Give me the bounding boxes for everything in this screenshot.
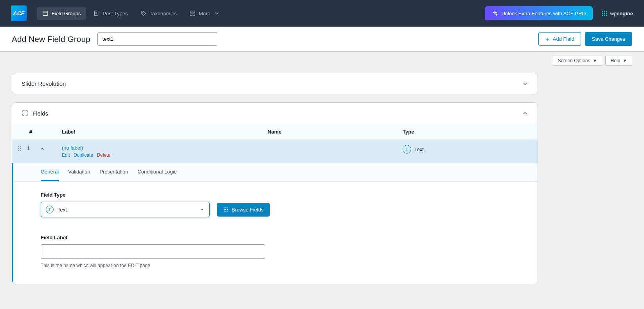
editor-tabs: General Validation Presentation Conditio… <box>13 163 538 182</box>
col-name: Name <box>268 129 403 135</box>
field-label-input[interactable] <box>41 244 265 259</box>
chevron-down-icon <box>522 81 528 87</box>
page-header: Add New Field Group Add Field Save Chang… <box>0 27 644 52</box>
layout-icon <box>42 10 49 16</box>
svg-rect-16 <box>602 14 603 16</box>
slider-panel-title: Slider Revolution <box>22 80 66 87</box>
primary-nav: Field Groups Post Types Taxonomies More <box>37 7 225 20</box>
tab-validation[interactable]: Validation <box>68 163 90 181</box>
tab-general[interactable]: General <box>41 163 59 181</box>
text-type-icon: T <box>403 145 411 154</box>
help-button[interactable]: Help ▼ <box>605 56 632 66</box>
drag-handle-icon[interactable] <box>12 145 27 151</box>
screen-options-label: Screen Options <box>558 58 590 63</box>
slider-panel-header[interactable]: Slider Revolution <box>12 73 538 94</box>
svg-rect-13 <box>602 13 603 14</box>
group-title-input[interactable] <box>97 32 217 46</box>
secondary-bar: Screen Options ▼ Help ▼ <box>0 52 644 66</box>
tab-conditional[interactable]: Conditional Logic <box>137 163 176 181</box>
tag-icon <box>140 10 147 16</box>
svg-point-25 <box>18 150 19 151</box>
wpengine-icon <box>601 10 608 16</box>
field-row[interactable]: 1 (no label) Edit Duplicate Delete T Tex… <box>12 140 538 163</box>
svg-rect-28 <box>225 208 226 208</box>
nav-label: Post Types <box>103 11 128 16</box>
fields-panel: Fields # Label Name Type 1 (no label) Ed… <box>12 102 538 284</box>
grid-icon <box>223 207 228 212</box>
svg-point-22 <box>20 146 21 147</box>
editor-body: Field Type T Text Browse Fields Field La… <box>13 182 538 284</box>
svg-rect-32 <box>227 209 228 210</box>
svg-rect-10 <box>602 11 603 12</box>
svg-rect-15 <box>606 13 607 14</box>
row-actions: Edit Duplicate Delete <box>62 152 268 158</box>
field-label-help: This is the name which will appear on th… <box>41 263 510 268</box>
tab-presentation[interactable]: Presentation <box>99 163 128 181</box>
row-type-cell: T Text <box>403 145 538 154</box>
col-type: Type <box>403 129 538 135</box>
nav-taxonomies[interactable]: Taxonomies <box>135 7 182 20</box>
svg-rect-35 <box>227 211 228 211</box>
svg-point-21 <box>18 146 19 147</box>
svg-rect-17 <box>604 14 605 16</box>
field-type-select[interactable]: T Text <box>41 202 210 217</box>
svg-rect-34 <box>225 211 226 211</box>
triangle-down-icon: ▼ <box>622 58 627 63</box>
edit-action[interactable]: Edit <box>62 152 70 158</box>
duplicate-action[interactable]: Duplicate <box>74 152 93 158</box>
svg-point-5 <box>142 12 142 13</box>
svg-rect-27 <box>224 208 225 208</box>
svg-rect-33 <box>224 211 225 211</box>
plus-icon <box>545 36 550 42</box>
acf-logo: ACF <box>11 5 27 21</box>
svg-rect-7 <box>193 11 195 13</box>
unlock-label: Unlock Extra Features with ACF PRO <box>501 11 586 16</box>
triangle-down-icon: ▼ <box>593 58 597 63</box>
help-label: Help <box>610 58 620 63</box>
screen-options-button[interactable]: Screen Options ▼ <box>553 56 603 66</box>
row-type-text: Text <box>414 146 424 152</box>
fields-table-header: # Label Name Type <box>12 124 538 140</box>
fields-panel-title: Fields <box>32 110 48 117</box>
wpengine-logo[interactable]: wpwpengineengine <box>601 10 633 16</box>
svg-rect-9 <box>193 14 195 16</box>
row-label-cell: (no label) Edit Duplicate Delete <box>49 145 268 158</box>
sparkle-icon <box>492 10 498 16</box>
top-actions: Unlock Extra Features with ACF PRO wpwpe… <box>485 6 633 20</box>
collapse-toggle[interactable] <box>35 145 49 152</box>
nav-label: Taxonomies <box>150 11 177 16</box>
nav-post-types[interactable]: Post Types <box>88 7 133 20</box>
add-field-button[interactable]: Add Field <box>538 32 581 46</box>
slider-revolution-panel: Slider Revolution <box>12 73 538 94</box>
col-number: # <box>12 129 49 135</box>
svg-rect-18 <box>606 14 607 16</box>
main-content: Slider Revolution Fields # Label Name Ty… <box>0 66 550 299</box>
unlock-pro-button[interactable]: Unlock Extra Features with ACF PRO <box>485 6 593 20</box>
delete-action[interactable]: Delete <box>97 152 110 158</box>
field-label-label: Field Label <box>41 235 510 240</box>
chevron-up-icon <box>522 110 528 116</box>
nav-label: More <box>199 11 210 16</box>
browse-fields-button[interactable]: Browse Fields <box>217 203 270 217</box>
page-title: Add New Field Group <box>12 34 90 44</box>
svg-rect-8 <box>190 14 192 16</box>
svg-rect-14 <box>604 13 605 14</box>
chevron-down-icon <box>214 10 220 16</box>
puzzle-icon <box>22 110 29 117</box>
svg-rect-6 <box>190 11 192 13</box>
top-bar: ACF Field Groups Post Types Taxonomies M… <box>0 0 644 27</box>
field-type-row: T Text Browse Fields <box>41 202 510 217</box>
field-label-link[interactable]: (no label) <box>62 145 83 151</box>
svg-rect-12 <box>606 11 607 12</box>
fields-panel-header[interactable]: Fields <box>12 103 538 124</box>
nav-more[interactable]: More <box>184 7 225 20</box>
nav-label: Field Groups <box>52 11 81 16</box>
svg-point-26 <box>20 150 21 151</box>
svg-point-24 <box>20 148 21 149</box>
save-changes-button[interactable]: Save Changes <box>585 32 632 46</box>
document-icon <box>93 10 99 16</box>
col-label: Label <box>49 129 268 135</box>
text-type-icon: T <box>46 206 54 213</box>
chevron-up-icon <box>40 146 45 152</box>
nav-field-groups[interactable]: Field Groups <box>37 7 86 20</box>
